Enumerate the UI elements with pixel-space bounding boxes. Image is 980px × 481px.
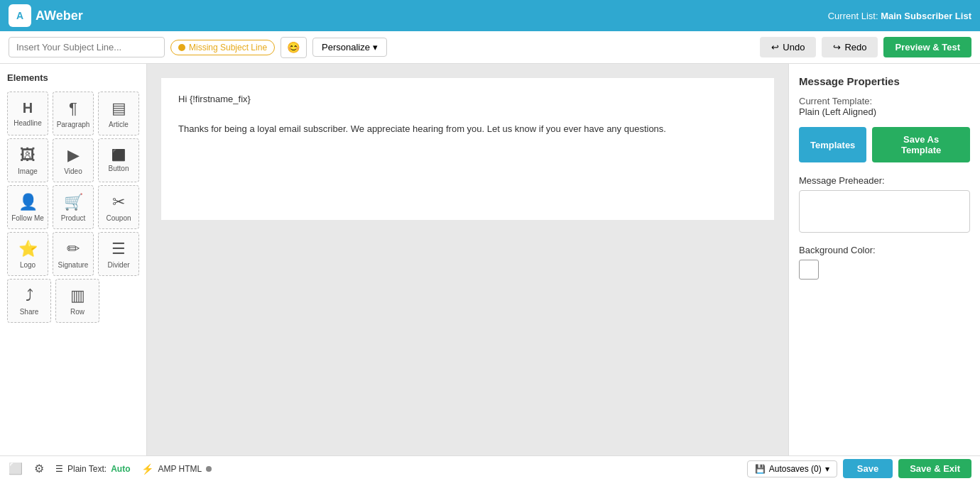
current-template-value: Plain (Left Aligned) <box>799 106 970 117</box>
button-icon: ⬛ <box>111 148 126 162</box>
element-row-2: 🖼 Image ▶ Video ⬛ Button <box>7 138 139 182</box>
templates-button[interactable]: Templates <box>799 127 866 162</box>
element-divider[interactable]: ☰ Divider <box>98 232 139 276</box>
elements-title: Elements <box>7 72 139 83</box>
template-buttons: Templates Save As Template <box>799 127 970 162</box>
element-row-item[interactable]: ▥ Row <box>55 279 99 323</box>
personalize-button[interactable]: Personalize ▾ <box>312 38 387 57</box>
element-product[interactable]: 🛒 Product <box>53 185 94 229</box>
save-as-template-button[interactable]: Save As Template <box>872 127 970 162</box>
logo-area: A AWeber <box>9 4 83 27</box>
preview-test-button[interactable]: Preview & Test <box>883 37 971 57</box>
canvas-area: Hi {!firstname_fix} Thanks for being a l… <box>147 64 788 455</box>
element-paragraph[interactable]: ¶ Paragraph <box>53 92 94 136</box>
current-list-info: Current List: Main Subscriber List <box>828 11 971 21</box>
main-layout: Elements H Headline ¶ Paragraph ▤ Articl… <box>0 64 980 455</box>
subject-right: ↩ Undo ↪ Redo Preview & Test <box>760 37 971 57</box>
share-icon: ⤴ <box>26 287 33 305</box>
video-icon: ▶ <box>67 146 80 165</box>
element-article[interactable]: ▤ Article <box>98 92 139 136</box>
element-video[interactable]: ▶ Video <box>53 138 94 182</box>
subject-left: Missing Subject Line 😊 Personalize ▾ <box>9 37 753 58</box>
element-signature[interactable]: ✏ Signature <box>53 232 94 276</box>
subject-bar: Missing Subject Line 😊 Personalize ▾ ↩ U… <box>0 31 980 64</box>
redo-button[interactable]: ↪ Redo <box>822 37 878 57</box>
logo-element-icon: ⭐ <box>18 240 38 258</box>
element-headline[interactable]: H Headline <box>7 92 48 136</box>
element-share[interactable]: ⤴ Share <box>7 279 51 323</box>
missing-dot-icon <box>178 44 185 51</box>
preheader-label: Message Preheader: <box>799 175 970 186</box>
chevron-down-icon: ▾ <box>373 42 378 52</box>
redo-icon: ↪ <box>833 42 841 52</box>
top-nav: A AWeber Current List: Main Subscriber L… <box>0 0 980 31</box>
preheader-input[interactable] <box>799 190 970 233</box>
coupon-icon: ✂ <box>112 193 125 211</box>
elements-sidebar: Elements H Headline ¶ Paragraph ▤ Articl… <box>0 64 147 455</box>
element-row-3: 👤 Follow Me 🛒 Product ✂ Coupon <box>7 185 139 229</box>
amp-status-dot <box>206 466 212 472</box>
auto-badge: Auto <box>111 464 130 474</box>
follow-me-icon: 👤 <box>18 193 38 211</box>
logo-icon: A <box>9 4 31 27</box>
element-button[interactable]: ⬛ Button <box>98 138 139 182</box>
bottom-icon-1: ⬜ <box>9 462 23 475</box>
paragraph-icon: ¶ <box>69 99 77 118</box>
undo-icon: ↩ <box>771 42 779 52</box>
autosaves-icon: 💾 <box>755 464 766 474</box>
panel-title: Message Properties <box>799 75 970 87</box>
divider-icon: ☰ <box>111 240 126 258</box>
right-panel: Message Properties Current Template: Pla… <box>788 64 980 455</box>
signature-icon: ✏ <box>67 240 80 258</box>
autosaves-button[interactable]: 💾 Autosaves (0) ▾ <box>747 460 837 477</box>
logo-name: AWeber <box>36 9 83 23</box>
canvas-greeting: Hi {!firstname_fix} <box>178 92 757 107</box>
plain-text-icon: ☰ <box>55 464 63 474</box>
headline-icon: H <box>23 100 33 116</box>
undo-button[interactable]: ↩ Undo <box>760 37 816 57</box>
element-follow-me[interactable]: 👤 Follow Me <box>7 185 48 229</box>
save-exit-button[interactable]: Save & Exit <box>898 459 971 478</box>
subject-input[interactable] <box>9 37 165 57</box>
row-icon: ▥ <box>70 287 85 305</box>
save-button[interactable]: Save <box>843 459 893 478</box>
bottom-right: 💾 Autosaves (0) ▾ Save Save & Exit <box>747 459 971 478</box>
canvas-body: Thanks for being a loyal email subscribe… <box>178 122 757 137</box>
missing-subject-badge: Missing Subject Line <box>170 40 275 55</box>
bg-color-label: Background Color: <box>799 245 970 255</box>
element-coupon[interactable]: ✂ Coupon <box>98 185 139 229</box>
element-row-1: H Headline ¶ Paragraph ▤ Article <box>7 92 139 136</box>
bottom-icon-2: ⚙ <box>34 462 44 475</box>
element-logo[interactable]: ⭐ Logo <box>7 232 48 276</box>
image-icon: 🖼 <box>20 146 36 165</box>
element-row-5: ⤴ Share ▥ Row <box>7 279 139 323</box>
element-row-4: ⭐ Logo ✏ Signature ☰ Divider <box>7 232 139 276</box>
amp-icon: ⚡ <box>141 463 153 475</box>
product-icon: 🛒 <box>64 193 83 211</box>
element-image[interactable]: 🖼 Image <box>7 138 48 182</box>
chevron-down-icon: ▾ <box>825 464 829 474</box>
bottom-bar: ⬜ ⚙ ☰ Plain Text: Auto ⚡ AMP HTML 💾 Auto… <box>0 455 980 481</box>
emoji-button[interactable]: 😊 <box>281 37 307 58</box>
amp-button[interactable]: ⚡ AMP HTML <box>141 463 212 475</box>
article-icon: ▤ <box>111 99 126 118</box>
plain-text-button[interactable]: ☰ Plain Text: Auto <box>55 464 130 474</box>
email-canvas[interactable]: Hi {!firstname_fix} Thanks for being a l… <box>161 78 774 220</box>
current-template-label: Current Template: <box>799 96 970 106</box>
bottom-left: ⬜ ⚙ ☰ Plain Text: Auto ⚡ AMP HTML <box>9 462 212 475</box>
bg-color-swatch[interactable] <box>799 260 819 280</box>
